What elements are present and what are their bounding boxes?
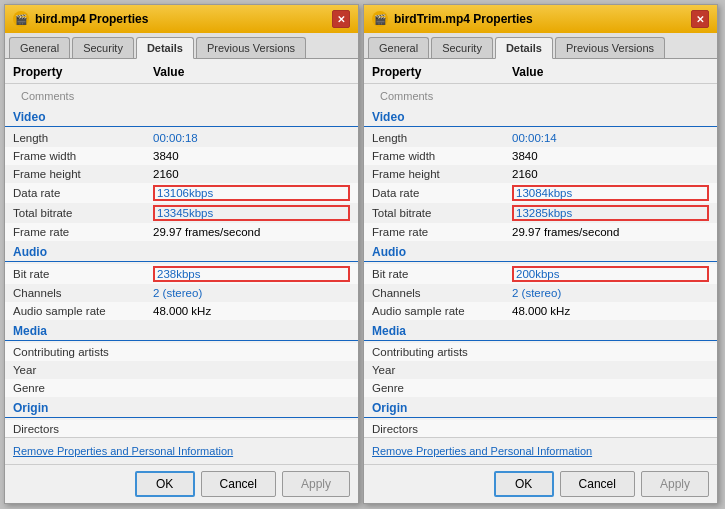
row-year-2: Year xyxy=(364,361,717,379)
row-data-rate-2: Data rate 13084kbps xyxy=(364,183,717,203)
content-1: Property Value Comments Video Length 00:… xyxy=(5,59,358,503)
cancel-button-1[interactable]: Cancel xyxy=(201,471,276,497)
vlc-icon-2: 🎬 xyxy=(372,11,388,27)
section-origin-2: Origin xyxy=(364,397,717,418)
cancel-button-2[interactable]: Cancel xyxy=(560,471,635,497)
title-bar-left-1: 🎬 bird.mp4 Properties xyxy=(13,11,148,27)
row-frame-height-2: Frame height 2160 xyxy=(364,165,717,183)
row-channels-1: Channels 2 (stereo) xyxy=(5,284,358,302)
ok-button-1[interactable]: OK xyxy=(135,471,195,497)
col-property-2: Property xyxy=(372,65,512,79)
col-property-1: Property xyxy=(13,65,153,79)
section-video-2: Video xyxy=(364,106,717,127)
col-value-1: Value xyxy=(153,65,350,79)
tab-details-2[interactable]: Details xyxy=(495,37,553,59)
remove-properties-link-2[interactable]: Remove Properties and Personal Informati… xyxy=(372,445,592,457)
row-data-rate-1: Data rate 13106kbps xyxy=(5,183,358,203)
row-bit-rate-1: Bit rate 238kbps xyxy=(5,264,358,284)
comments-label-1: Comments xyxy=(13,88,153,104)
tab-general-2[interactable]: General xyxy=(368,37,429,58)
section-audio-1: Audio xyxy=(5,241,358,262)
row-year-1: Year xyxy=(5,361,358,379)
table-header-1: Property Value xyxy=(5,59,358,84)
row-genre-2: Genre xyxy=(364,379,717,397)
scroll-area-2[interactable]: Comments Video Length 00:00:14 Frame wid… xyxy=(364,84,717,437)
row-channels-2: Channels 2 (stereo) xyxy=(364,284,717,302)
comments-label-2: Comments xyxy=(372,88,512,104)
row-length-2: Length 00:00:14 xyxy=(364,129,717,147)
row-total-bitrate-1: Total bitrate 13345kbps xyxy=(5,203,358,223)
row-frame-height-1: Frame height 2160 xyxy=(5,165,358,183)
title-bar-2: 🎬 birdTrim.mp4 Properties ✕ xyxy=(364,5,717,33)
tab-previous-versions-2[interactable]: Previous Versions xyxy=(555,37,665,58)
tabs-1: General Security Details Previous Versio… xyxy=(5,33,358,59)
row-contributing-2: Contributing artists xyxy=(364,343,717,361)
comments-row-1: Comments xyxy=(5,86,358,106)
section-media-2: Media xyxy=(364,320,717,341)
row-directors-2: Directors xyxy=(364,420,717,437)
apply-button-1[interactable]: Apply xyxy=(282,471,350,497)
vlc-icon-1: 🎬 xyxy=(13,11,29,27)
row-genre-1: Genre xyxy=(5,379,358,397)
link-area-2: Remove Properties and Personal Informati… xyxy=(364,437,717,464)
row-frame-width-2: Frame width 3840 xyxy=(364,147,717,165)
section-media-1: Media xyxy=(5,320,358,341)
link-area-1: Remove Properties and Personal Informati… xyxy=(5,437,358,464)
tabs-2: General Security Details Previous Versio… xyxy=(364,33,717,59)
row-length-1: Length 00:00:18 xyxy=(5,129,358,147)
row-frame-rate-1: Frame rate 29.97 frames/second xyxy=(5,223,358,241)
tab-security-1[interactable]: Security xyxy=(72,37,134,58)
content-2: Property Value Comments Video Length 00:… xyxy=(364,59,717,503)
row-sample-rate-1: Audio sample rate 48.000 kHz xyxy=(5,302,358,320)
dialog-2: 🎬 birdTrim.mp4 Properties ✕ General Secu… xyxy=(363,4,718,504)
title-bar-left-2: 🎬 birdTrim.mp4 Properties xyxy=(372,11,533,27)
comments-row-2: Comments xyxy=(364,86,717,106)
title-bar-1: 🎬 bird.mp4 Properties ✕ xyxy=(5,5,358,33)
row-frame-rate-2: Frame rate 29.97 frames/second xyxy=(364,223,717,241)
close-button-2[interactable]: ✕ xyxy=(691,10,709,28)
footer-1: OK Cancel Apply xyxy=(5,464,358,503)
apply-button-2[interactable]: Apply xyxy=(641,471,709,497)
row-bit-rate-2: Bit rate 200kbps xyxy=(364,264,717,284)
row-sample-rate-2: Audio sample rate 48.000 kHz xyxy=(364,302,717,320)
footer-2: OK Cancel Apply xyxy=(364,464,717,503)
section-audio-2: Audio xyxy=(364,241,717,262)
close-button-1[interactable]: ✕ xyxy=(332,10,350,28)
row-total-bitrate-2: Total bitrate 13285kbps xyxy=(364,203,717,223)
row-contributing-1: Contributing artists xyxy=(5,343,358,361)
section-video-1: Video xyxy=(5,106,358,127)
tab-details-1[interactable]: Details xyxy=(136,37,194,59)
col-value-2: Value xyxy=(512,65,709,79)
tab-general-1[interactable]: General xyxy=(9,37,70,58)
title-text-2: birdTrim.mp4 Properties xyxy=(394,12,533,26)
tab-previous-versions-1[interactable]: Previous Versions xyxy=(196,37,306,58)
ok-button-2[interactable]: OK xyxy=(494,471,554,497)
scroll-area-1[interactable]: Comments Video Length 00:00:18 Frame wid… xyxy=(5,84,358,437)
section-origin-1: Origin xyxy=(5,397,358,418)
dialog-1: 🎬 bird.mp4 Properties ✕ General Security… xyxy=(4,4,359,504)
title-text-1: bird.mp4 Properties xyxy=(35,12,148,26)
table-header-2: Property Value xyxy=(364,59,717,84)
row-frame-width-1: Frame width 3840 xyxy=(5,147,358,165)
remove-properties-link-1[interactable]: Remove Properties and Personal Informati… xyxy=(13,445,233,457)
tab-security-2[interactable]: Security xyxy=(431,37,493,58)
row-directors-1: Directors xyxy=(5,420,358,437)
